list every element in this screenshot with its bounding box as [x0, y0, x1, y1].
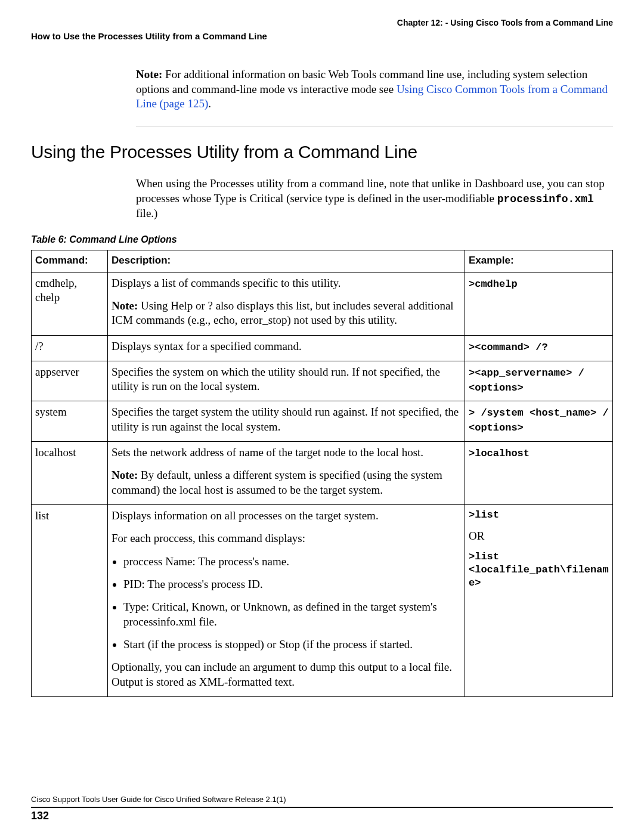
note-text-after: . — [208, 97, 211, 110]
note-label: Note: — [136, 68, 162, 80]
intro-text-after: file.) — [136, 207, 157, 219]
desc-bullet: PID: The process's process ID. — [123, 577, 461, 592]
table-caption: Table 6: Command Line Options — [31, 234, 613, 245]
cell-example: >localhost — [465, 442, 613, 505]
example-code: >list <localfile_path\filename> — [469, 550, 609, 589]
table-row: cmdhelp, chelp Displays a list of comman… — [32, 272, 613, 335]
table-row: /? Displays syntax for a specified comma… — [32, 335, 613, 361]
table-row: system Specifies the target system the u… — [32, 401, 613, 442]
intro-paragraph: When using the Processes utility from a … — [136, 176, 613, 221]
cell-description: Sets the network address of name of the … — [108, 442, 465, 505]
intro-code: processinfo.xml — [497, 193, 594, 205]
table-row: localhost Sets the network address of na… — [32, 442, 613, 505]
desc-text: Displays syntax for a specified command. — [112, 339, 461, 354]
th-description: Description: — [108, 250, 465, 272]
cell-example: > /system <host_name> / <options> — [465, 401, 613, 442]
cell-description: Displays information on all processes on… — [108, 505, 465, 697]
desc-bullet: proccess Name: The process's name. — [123, 555, 461, 569]
desc-text: Specifies the target system the utility … — [112, 405, 461, 434]
example-code: ><app_servername> / <options> — [469, 367, 584, 394]
table-header-row: Command: Description: Example: — [32, 250, 613, 272]
cell-example: >cmdhelp — [465, 272, 613, 335]
cell-example: ><command> /? — [465, 335, 613, 361]
section-header: How to Use the Processes Utility from a … — [31, 31, 613, 41]
th-command: Command: — [32, 250, 108, 272]
cell-description: Displays a list of commands specific to … — [108, 272, 465, 335]
cell-description: Specifies the target system the utility … — [108, 401, 465, 442]
cell-example: >list OR >list <localfile_path\filename> — [465, 505, 613, 697]
example-or: OR — [469, 529, 609, 543]
desc-note-label: Note: — [112, 469, 138, 481]
footer-guide-title: Cisco Support Tools User Guide for Cisco… — [31, 795, 613, 806]
command-line-options-table: Command: Description: Example: cmdhelp, … — [31, 250, 613, 697]
note-paragraph: Note: For additional information on basi… — [136, 67, 613, 112]
table-row: appserver Specifies the system on which … — [32, 361, 613, 401]
desc-text: Displays a list of commands specific to … — [112, 276, 461, 290]
desc-text: For each proccess, this command displays… — [112, 531, 461, 546]
th-example: Example: — [465, 250, 613, 272]
desc-note-label: Note: — [112, 299, 138, 312]
desc-text: Displays information on all processes on… — [112, 509, 461, 523]
cell-command: cmdhelp, chelp — [32, 272, 108, 335]
page-footer: Cisco Support Tools User Guide for Cisco… — [31, 795, 613, 822]
cell-command: appserver — [32, 361, 108, 401]
cell-description: Specifies the system on which the utilit… — [108, 361, 465, 401]
horizontal-rule — [136, 126, 613, 126]
desc-bullet: Type: Critical, Known, or Unknown, as de… — [123, 600, 461, 629]
page: Chapter 12: - Using Cisco Tools from a C… — [0, 0, 644, 833]
cell-command: list — [32, 505, 108, 697]
cell-command: localhost — [32, 442, 108, 505]
desc-bullets: proccess Name: The process's name. PID: … — [115, 555, 461, 652]
table-row: list Displays information on all process… — [32, 505, 613, 697]
desc-note-text: By default, unless a different system is… — [112, 469, 442, 496]
footer-rule — [31, 807, 613, 808]
example-code: > /system <host_name> / <options> — [469, 407, 609, 433]
example-code: >localhost — [469, 448, 530, 459]
desc-text: Specifies the system on which the utilit… — [112, 365, 461, 394]
cell-example: ><app_servername> / <options> — [465, 361, 613, 401]
example-code: ><command> /? — [469, 342, 548, 353]
example-code: >list — [469, 509, 609, 522]
desc-note-text: Using Help or ? also displays this list,… — [112, 299, 454, 326]
example-code: >cmdhelp — [469, 278, 518, 290]
cell-command: system — [32, 401, 108, 442]
page-number: 132 — [31, 810, 613, 822]
chapter-header: Chapter 12: - Using Cisco Tools from a C… — [31, 18, 613, 27]
desc-text: Optionally, you can include an argument … — [112, 660, 461, 689]
desc-text: Sets the network address of name of the … — [112, 445, 461, 460]
desc-bullet: Start (if the process is stopped) or Sto… — [123, 637, 461, 652]
cell-description: Displays syntax for a specified command. — [108, 335, 465, 361]
cell-command: /? — [32, 335, 108, 361]
section-title: Using the Processes Utility from a Comma… — [31, 142, 613, 162]
